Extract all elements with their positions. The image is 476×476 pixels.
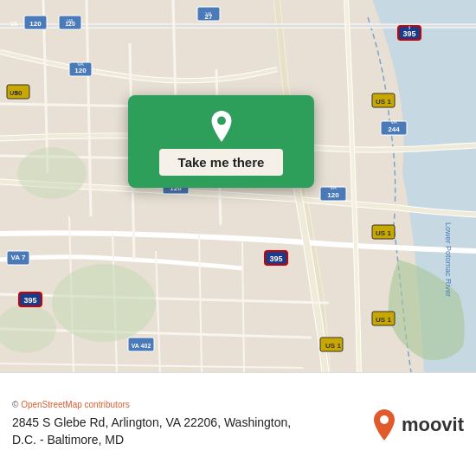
svg-point-19	[17, 147, 87, 199]
address-text: 2845 S Glebe Rd, Arlington, VA 22206, Wa…	[12, 415, 360, 448]
address-line1: 2845 S Glebe Rd, Arlington, VA 22206, Wa…	[12, 415, 291, 429]
map-container[interactable]: 120 VA 120 US 50 244 244 395 I 120 120 U…	[0, 0, 476, 372]
svg-text:VA: VA	[77, 61, 84, 67]
svg-text:50: 50	[15, 89, 23, 97]
location-pin-icon	[206, 111, 237, 142]
svg-point-69	[380, 415, 389, 424]
take-me-there-button[interactable]: Take me there	[159, 149, 284, 176]
svg-text:VA 7: VA 7	[11, 254, 26, 261]
info-bar: © OpenStreetMap contributors 2845 S Gleb…	[0, 372, 476, 476]
moovit-logo: moovit	[372, 409, 464, 441]
svg-text:US 1: US 1	[376, 98, 391, 106]
moovit-pin-icon	[372, 409, 396, 441]
svg-point-18	[52, 264, 156, 342]
address-line2: D.C. - Baltimore, MD	[12, 433, 124, 447]
svg-text:120: 120	[74, 67, 87, 74]
svg-text:395: 395	[23, 296, 36, 305]
popup-card: Take me there	[128, 95, 314, 188]
svg-text:Lower Potomac River: Lower Potomac River	[444, 222, 453, 297]
svg-text:US 1: US 1	[376, 229, 391, 237]
svg-text:US 1: US 1	[376, 316, 391, 324]
svg-text:120: 120	[29, 20, 42, 28]
svg-point-68	[217, 117, 226, 125]
svg-text:120: 120	[65, 21, 75, 27]
osm-link[interactable]: OpenStreetMap contributors	[21, 400, 130, 409]
svg-text:US 1: US 1	[325, 342, 341, 350]
svg-text:VA: VA	[330, 185, 337, 190]
info-left: © OpenStreetMap contributors 2845 S Gleb…	[12, 400, 360, 448]
svg-text:VA: VA	[390, 119, 397, 125]
moovit-brand-text: moovit	[402, 414, 464, 436]
osm-credit: © OpenStreetMap contributors	[12, 400, 360, 409]
svg-text:27: 27	[205, 13, 213, 21]
svg-text:120: 120	[327, 191, 339, 199]
svg-text:395: 395	[402, 29, 415, 38]
svg-text:VA 402: VA 402	[132, 343, 151, 349]
svg-text:395: 395	[269, 254, 282, 263]
svg-text:244: 244	[388, 125, 400, 133]
svg-text:VA: VA	[10, 21, 17, 27]
